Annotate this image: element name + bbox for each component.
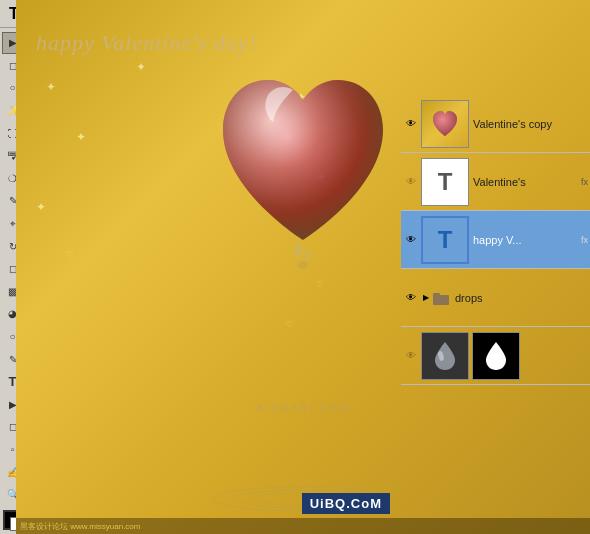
sparkle-7: ♡	[66, 250, 73, 259]
drop-1	[294, 242, 302, 258]
layer-fx-valentines-text: fx	[581, 177, 588, 187]
sparkle-9: ♡	[286, 320, 293, 329]
main-layout: ▶ ◻ ○ ✨ ⛶ 🖦 ❍ ✎ ⌖ ↻ ◻ ▩ ◕ ○ ✎ T ▶ ◻ ▫ ✍ …	[0, 28, 590, 534]
canvas-image[interactable]: ✦ ✦ ✦ ✦ ✦ ✦ ♡ ♡ ♡ happy Valentine's day!	[26, 62, 400, 534]
layer-row-drops[interactable]: 👁 ▶ drops	[401, 269, 590, 327]
layer-thumb-valentines-text: T	[421, 158, 469, 206]
layer-name-drops: drops	[453, 292, 588, 304]
canvas-area: love_final.psd @ 25% (happy Valentine's …	[26, 28, 400, 534]
layer-thumb-image	[421, 332, 469, 380]
layer-expand-drops[interactable]: ▶	[421, 293, 431, 303]
folder-svg	[433, 291, 449, 305]
heart-svg	[203, 62, 400, 270]
bottom-left-text: 黑客设计论坛 www.missyuan.com	[26, 521, 140, 532]
canvas-bottom-bar: 黑客设计论坛 www.missyuan.com	[26, 518, 400, 534]
layer-thumb-heart-svg	[430, 108, 460, 140]
layer-eye-happy-v[interactable]: 👁	[403, 232, 419, 248]
layer-thumb-happy-v: T	[421, 216, 469, 264]
drop-2	[305, 249, 311, 261]
layer-fx-happy-v: fx	[581, 235, 588, 245]
sparkle-1: ✦	[46, 80, 56, 94]
layer-mask-thumb	[472, 332, 520, 380]
canvas-background: ✦ ✦ ✦ ✦ ✦ ✦ ♡ ♡ ♡ happy Valentine's day!	[26, 62, 400, 534]
layer-thumb-img-valentines-copy	[422, 101, 468, 147]
layer-name-valentines-text: Valentine's	[471, 176, 579, 188]
layer-row-valentines-text[interactable]: 👁 T Valentine's fx	[401, 153, 590, 211]
uibq-watermark: UiBQ.CoM	[302, 493, 390, 514]
layer-thumb-valentines-copy	[421, 100, 469, 148]
layer-row-valentines-copy[interactable]: 👁	[401, 95, 590, 153]
canvas-inner-container: 100 200 300 400 ✦ ✦ ✦ ✦ ✦ ✦ ♡ ♡ ♡	[26, 62, 400, 534]
layer-thumb-text-T: T	[422, 159, 468, 205]
layer-name-valentines-copy: Valentine's copy	[471, 118, 588, 130]
layer-mask-inner	[473, 333, 519, 379]
sparkle-8: ♡	[316, 280, 323, 289]
layer-eye-drops[interactable]: 👁	[403, 290, 419, 306]
heart-path-glass	[223, 80, 383, 240]
layer-eye-valentines-copy[interactable]: 👁	[403, 116, 419, 132]
mask-droplet-svg	[482, 340, 510, 372]
heart-image-container	[203, 62, 400, 272]
layer-eye-valentines-text[interactable]: 👁	[403, 174, 419, 190]
layer-row-happy-v[interactable]: 👁 T happy V... fx	[401, 211, 590, 269]
layer-name-happy-v: happy V...	[471, 234, 579, 246]
sparkle-3: ✦	[136, 62, 146, 74]
layer-eye-image-mask[interactable]: 👁	[403, 348, 419, 364]
canvas-watermark: ALFOART.COM	[257, 403, 350, 414]
layer-thumb-text-T2: T	[423, 218, 467, 262]
droplet-svg	[431, 340, 459, 372]
folder-icon-drops	[433, 290, 449, 306]
sparkle-4: ✦	[36, 200, 46, 214]
drop-3	[298, 261, 308, 269]
layer-thumb-droplet	[422, 333, 468, 379]
svg-rect-4	[433, 293, 440, 297]
layer-row-image-mask[interactable]: 👁	[401, 327, 590, 385]
sparkle-2: ✦	[76, 130, 86, 144]
